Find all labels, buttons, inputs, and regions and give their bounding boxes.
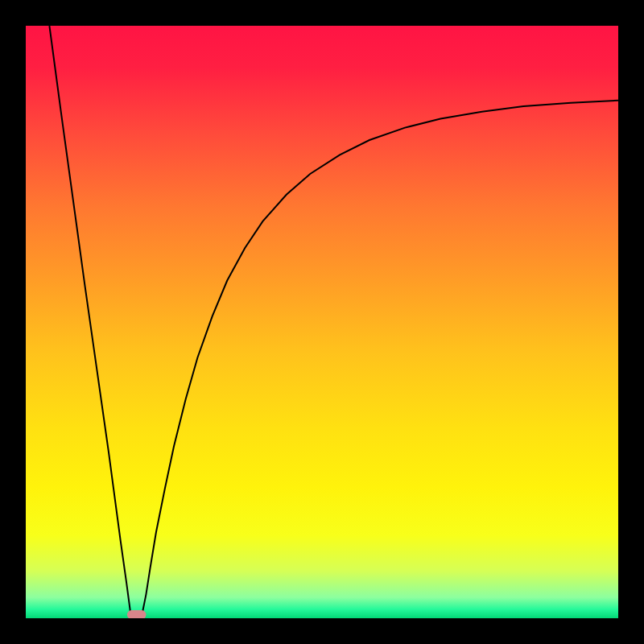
frame-border bbox=[0, 0, 26, 644]
optimum-marker bbox=[127, 610, 147, 619]
bottleneck-chart bbox=[0, 0, 644, 644]
frame-border bbox=[0, 618, 644, 644]
frame-border bbox=[618, 0, 644, 644]
gradient-background bbox=[26, 26, 618, 618]
frame-border bbox=[0, 0, 644, 26]
chart-frame: TheBottleneck.com bbox=[0, 0, 644, 644]
